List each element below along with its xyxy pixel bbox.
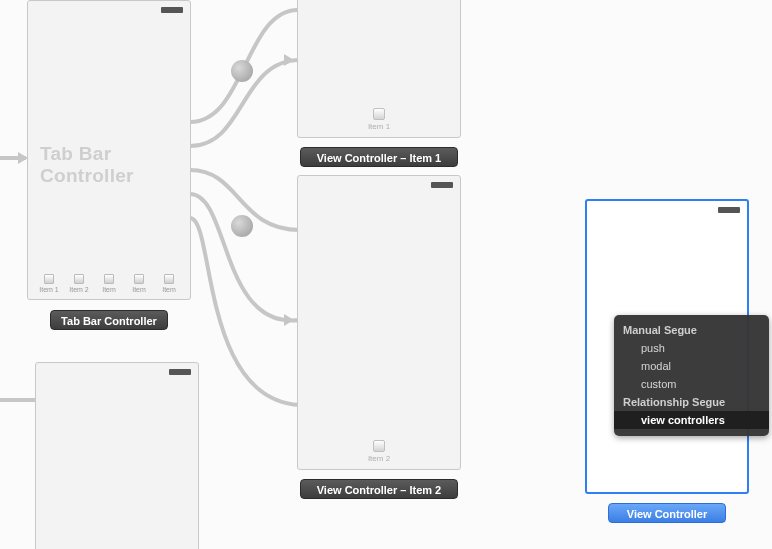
tab-icon [373,440,385,452]
tab-icon [164,274,174,284]
popup-option-view-controllers[interactable]: view controllers [614,411,769,429]
tabbar-stub: Item 2 [298,440,460,463]
scene-view-controller-item-1[interactable]: Item 1 [297,0,461,138]
scene-title: Tab Bar Controller [40,143,190,187]
tabbar: Item 1 Item 2 Item Item Item [36,274,182,293]
tabbar-stub-label: Item 2 [368,454,390,463]
tabbar-stub-label: Item 1 [368,122,390,131]
tabbar-item-label: Item 2 [69,286,88,293]
status-bar-icon [431,182,453,188]
tab-icon [74,274,84,284]
popup-option-push[interactable]: push [623,339,760,357]
tab-icon [104,274,114,284]
tabbar-item-label: Item [102,286,116,293]
scene-label-view-controller[interactable]: View Controller [608,503,726,523]
status-bar-icon [718,207,740,213]
tabbar-item[interactable]: Item [96,274,122,293]
tabbar-item-label: Item 1 [39,286,58,293]
tabbar-item-label: Item [162,286,176,293]
segue-arrow-icon [284,54,294,66]
tab-icon [44,274,54,284]
tab-icon [134,274,144,284]
segue-node-icon[interactable] [231,215,253,237]
tabbar-item[interactable]: Item [156,274,182,293]
tabbar-item[interactable]: Item 2 [66,274,92,293]
popup-option-modal[interactable]: modal [623,357,760,375]
scene-label-item-2[interactable]: View Controller – Item 2 [300,479,458,499]
popup-heading-manual: Manual Segue [623,321,760,339]
status-bar-icon [161,7,183,13]
storyboard-canvas[interactable]: Tab Bar Controller Item 1 Item 2 Item It… [0,0,772,549]
scene-label-item-1[interactable]: View Controller – Item 1 [300,147,458,167]
tab-icon [373,108,385,120]
status-bar-icon [169,369,191,375]
segue-arrow-icon [284,314,294,326]
scene-partial[interactable] [35,362,199,549]
scene-view-controller-item-2[interactable]: Item 2 [297,175,461,470]
tabbar-item-label: Item [132,286,146,293]
tabbar-stub: Item 1 [298,108,460,131]
scene-tab-bar-controller[interactable]: Tab Bar Controller Item 1 Item 2 Item It… [27,0,191,300]
tabbar-item[interactable]: Item 1 [36,274,62,293]
segue-node-icon[interactable] [231,60,253,82]
tabbar-item[interactable]: Item [126,274,152,293]
segue-popup[interactable]: Manual Segue push modal custom Relations… [614,315,769,436]
scene-label-tab-bar-controller[interactable]: Tab Bar Controller [50,310,168,330]
popup-option-custom[interactable]: custom [623,375,760,393]
popup-heading-relationship: Relationship Segue [623,393,760,411]
